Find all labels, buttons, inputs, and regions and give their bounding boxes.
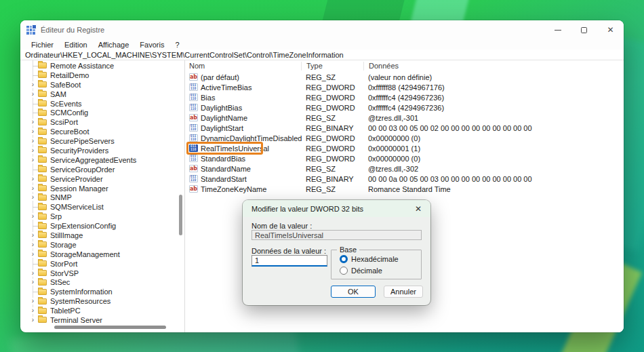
tree-item[interactable]: SystemInformation [20, 287, 178, 296]
value-row[interactable]: abDaylightNameREG_SZ@tzres.dll,-301 [185, 113, 624, 123]
address-bar[interactable]: Ordinateur\HKEY_LOCAL_MACHINE\SYSTEM\Cur… [20, 50, 624, 60]
value-row[interactable]: abStandardNameREG_SZ@tzres.dll,-302 [185, 163, 624, 174]
folder-icon [38, 204, 47, 210]
value-row[interactable]: 011110StandardStartREG_BINARY00 00 0a 00… [185, 174, 624, 184]
tree-item[interactable]: SrpExtensionConfig [20, 221, 178, 231]
value-row[interactable]: 011110BiasREG_DWORD0xffffffc4 (429496723… [185, 92, 624, 102]
tree-item[interactable]: ›Srp [20, 212, 178, 221]
chevron-right-icon[interactable]: › [28, 279, 37, 286]
tree-horizontal-scrollbar[interactable] [54, 326, 166, 329]
tree-item[interactable]: ›Storage [20, 240, 178, 250]
chevron-right-icon[interactable]: › [28, 251, 37, 258]
tree-item[interactable]: ›ServiceAggregatedEvents [20, 155, 178, 165]
value-row[interactable]: 011110DaylightStartREG_BINARY00 00 03 00… [185, 123, 624, 133]
tree-item[interactable]: ›StillImage [20, 231, 178, 240]
value-row[interactable]: 011110StandardBiasREG_DWORD0x00000000 (0… [185, 153, 624, 163]
tree-item[interactable]: ›ServiceProvider [20, 174, 178, 184]
value-data-input[interactable] [251, 255, 327, 267]
tree-item[interactable]: ›SecureBoot [20, 127, 178, 136]
tree-item[interactable]: ServiceGroupOrder [20, 165, 178, 174]
folder-icon [38, 260, 47, 267]
tree-item[interactable]: SCMConfig [20, 108, 178, 117]
base-group: Base Hexadécimale Décimale [331, 250, 422, 279]
tree-item[interactable]: ›SecurityProviders [20, 146, 178, 155]
tree-item[interactable]: SQMServiceList [20, 202, 178, 212]
chevron-right-icon[interactable]: › [28, 298, 37, 305]
chevron-right-icon[interactable]: › [28, 128, 37, 135]
value-name: StandardStart [201, 175, 247, 183]
value-row[interactable]: 011110RealTimeIsUniversalREG_DWORD0x0000… [185, 143, 624, 153]
tree-item[interactable]: ScEvents [20, 99, 178, 109]
tree-item[interactable]: ›SAM [20, 90, 178, 99]
chevron-right-icon[interactable]: › [28, 232, 37, 239]
chevron-right-icon[interactable]: › [28, 213, 37, 220]
menu-edition[interactable]: Edition [59, 41, 93, 49]
tree-item[interactable]: RetailDemo [20, 71, 178, 80]
chevron-right-icon[interactable]: › [28, 138, 37, 144]
value-row[interactable]: 011110DaylightBiasREG_DWORD0xffffffc4 (4… [185, 102, 624, 113]
folder-icon [38, 241, 47, 248]
column-header-nom[interactable]: Nom [189, 62, 301, 71]
chevron-right-icon[interactable]: › [28, 194, 37, 201]
tree-item[interactable]: ›Session Manager [20, 184, 178, 193]
value-row[interactable]: 011110DynamicDaylightTimeDisabledREG_DWO… [185, 133, 624, 143]
chevron-right-icon[interactable]: › [28, 270, 37, 277]
chevron-right-icon[interactable]: › [28, 241, 37, 248]
value-data: 00 00 0a 00 05 00 03 00 00 00 00 00 00 0… [363, 175, 624, 183]
dialog-close-icon[interactable]: ✕ [413, 204, 424, 214]
tree-item[interactable]: ›StorVSP [20, 269, 178, 278]
value-row[interactable]: abTimeZoneKeyNameREG_SZRomance Standard … [185, 184, 624, 194]
chevron-right-icon[interactable]: › [28, 185, 37, 192]
menu-fichier[interactable]: Fichier [26, 41, 59, 49]
tree-vertical-scrollbar[interactable] [179, 195, 182, 235]
tree-item[interactable]: ›SNMP [20, 193, 178, 202]
tree-item[interactable]: ›TabletPC [20, 306, 178, 315]
cancel-button[interactable]: Annuler [384, 286, 423, 298]
tree-item[interactable]: ›Terminal Server [20, 315, 178, 325]
value-name-field[interactable] [251, 230, 422, 240]
menu-help[interactable]: ? [169, 41, 184, 49]
tree-item[interactable]: ›StSec [20, 277, 178, 287]
tree-item-label: RetailDemo [50, 71, 89, 79]
value-row[interactable]: 011110ActiveTimeBiasREG_DWORD0xffffff88 … [185, 82, 624, 92]
minimize-icon [555, 30, 561, 31]
minimize-button[interactable] [544, 20, 571, 39]
dword-value-icon: 011110 [189, 124, 198, 132]
tree-item-label: StorPort [50, 260, 77, 268]
menu-affichage[interactable]: Affichage [93, 41, 135, 49]
chevron-right-icon[interactable]: › [28, 81, 37, 88]
value-data: 0xffffff88 (4294967176) [363, 83, 624, 92]
chevron-right-icon[interactable]: › [28, 119, 37, 125]
tree-item[interactable]: ›ScsiPort [20, 117, 178, 127]
window-title: Éditeur du Registre [41, 26, 104, 34]
decimal-radio[interactable]: Décimale [340, 267, 382, 275]
chevron-right-icon[interactable]: › [28, 317, 37, 324]
chevron-right-icon[interactable]: › [28, 91, 37, 98]
chevron-right-icon[interactable]: › [28, 157, 37, 163]
menu-favoris[interactable]: Favoris [134, 41, 169, 49]
registry-editor-window: Éditeur du Registre ✕ FichierEditionAffi… [20, 20, 624, 332]
chevron-right-icon[interactable]: › [28, 307, 37, 314]
string-value-icon: ab [189, 114, 198, 121]
hexadecimal-radio[interactable]: Hexadécimale [340, 255, 399, 263]
ok-button[interactable]: OK [331, 286, 376, 298]
tree-item[interactable]: StorPort [20, 259, 178, 269]
maximize-button[interactable] [571, 20, 597, 39]
dword-value-icon: 011110 [189, 155, 198, 162]
tree-item[interactable]: ›StorageManagement [20, 250, 178, 259]
column-header-donnees[interactable]: Données [363, 62, 624, 71]
tree-item[interactable]: ›SecurePipeServers [20, 136, 178, 146]
folder-icon [38, 176, 47, 182]
close-button[interactable]: ✕ [597, 20, 624, 39]
value-name: DaylightStart [201, 124, 243, 132]
chevron-right-icon[interactable]: › [28, 147, 37, 154]
folder-icon [38, 91, 47, 97]
dword-value-icon: 011110 [189, 83, 198, 91]
registry-path: Ordinateur\HKEY_LOCAL_MACHINE\SYSTEM\Cur… [25, 51, 344, 59]
chevron-right-icon[interactable]: › [28, 176, 37, 182]
tree-item[interactable]: ›SystemResources [20, 296, 178, 306]
value-row[interactable]: ab(par défaut)REG_SZ(valeur non définie) [185, 72, 624, 82]
tree-item[interactable]: Remote Assistance [20, 61, 178, 71]
tree-item[interactable]: ›SafeBoot [20, 80, 178, 90]
column-header-type[interactable]: Type [301, 62, 363, 71]
